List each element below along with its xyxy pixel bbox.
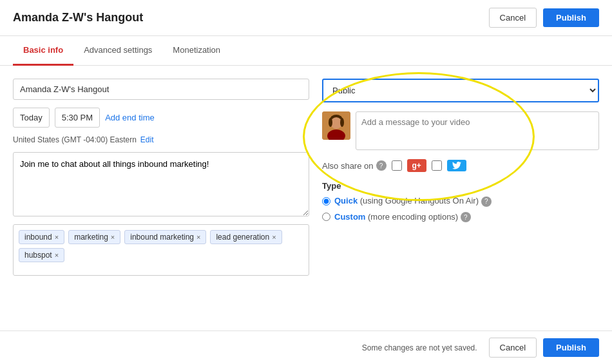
tag-lead-generation-remove[interactable]: ×: [272, 233, 276, 241]
footer-cancel-button[interactable]: Cancel: [489, 338, 537, 358]
time-row: Today 5:30 PM Add end time: [13, 108, 309, 128]
type-section: Type Quick (using Google Hangouts On Air…: [322, 181, 599, 222]
add-end-time-link[interactable]: Add end time: [105, 113, 155, 122]
gplus-button[interactable]: g+: [407, 159, 426, 172]
tags-container: inbound × marketing × inbound marketing …: [13, 224, 309, 276]
left-panel: Today 5:30 PM Add end time United States…: [13, 79, 309, 340]
message-textarea[interactable]: [356, 111, 599, 150]
tag-marketing-remove[interactable]: ×: [111, 233, 115, 241]
tag-hubspot-remove[interactable]: ×: [55, 251, 59, 259]
custom-help-icon[interactable]: ?: [461, 212, 471, 222]
timezone-row: United States (GMT -04:00) Eastern Edit: [13, 135, 309, 144]
tag-lead-generation: lead generation ×: [210, 230, 282, 244]
also-share-label: Also share on ?: [322, 160, 387, 171]
twitter-checkbox[interactable]: [432, 160, 442, 171]
visibility-select[interactable]: Public Unlisted Private: [322, 79, 599, 102]
svg-point-5: [340, 118, 344, 127]
header-actions: Cancel Publish: [489, 8, 599, 28]
tag-hubspot: hubspot ×: [19, 248, 64, 262]
type-quick-option: Quick (using Google Hangouts On Air) ?: [322, 196, 599, 207]
type-custom-label: Custom: [334, 212, 365, 222]
avatar: [322, 111, 350, 140]
start-time[interactable]: 5:30 PM: [55, 108, 100, 128]
type-custom-radio[interactable]: [322, 213, 330, 221]
tabs-bar: Basic info Advanced settings Monetizatio…: [0, 36, 612, 66]
tag-inbound-marketing: inbound marketing ×: [124, 230, 206, 244]
tab-basic-info[interactable]: Basic info: [13, 36, 73, 66]
quick-help-icon[interactable]: ?: [481, 196, 492, 207]
svg-point-4: [329, 118, 332, 127]
twitter-button[interactable]: [447, 160, 466, 171]
header: Amanda Z-W's Hangout Cancel Publish: [0, 0, 612, 36]
message-row: [322, 111, 599, 150]
tab-advanced-settings[interactable]: Advanced settings: [73, 36, 162, 66]
type-custom-option: Custom (more encoding options) ?: [322, 212, 599, 223]
tag-inbound-marketing-remove[interactable]: ×: [196, 233, 200, 241]
start-date[interactable]: Today: [13, 108, 50, 128]
footer-publish-button[interactable]: Publish: [543, 338, 599, 357]
right-panel: Public Unlisted Private: [322, 79, 599, 340]
type-quick-radio[interactable]: [322, 197, 330, 206]
header-publish-button[interactable]: Publish: [543, 8, 599, 27]
tag-inbound: inbound ×: [19, 230, 64, 244]
gplus-checkbox[interactable]: [392, 160, 402, 171]
title-input[interactable]: [13, 79, 309, 100]
tab-monetization[interactable]: Monetization: [162, 36, 231, 66]
share-help-icon[interactable]: ?: [376, 160, 387, 171]
timezone-edit-link[interactable]: Edit: [140, 135, 154, 144]
footer-status-text: Some changes are not yet saved.: [362, 343, 477, 352]
tag-inbound-remove[interactable]: ×: [55, 233, 59, 241]
tag-marketing: marketing ×: [68, 230, 120, 244]
type-label: Type: [322, 181, 599, 191]
header-cancel-button[interactable]: Cancel: [489, 8, 537, 28]
footer: Some changes are not yet saved. Cancel P…: [0, 330, 612, 364]
page-title: Amanda Z-W's Hangout: [13, 11, 143, 24]
description-textarea[interactable]: Join me to chat about all things <span s…: [13, 152, 309, 216]
timezone-text: United States (GMT -04:00) Eastern: [13, 135, 137, 144]
share-row: Also share on ? g+: [322, 159, 599, 172]
main-content: Today 5:30 PM Add end time United States…: [0, 66, 612, 352]
type-quick-label: Quick: [334, 196, 358, 206]
